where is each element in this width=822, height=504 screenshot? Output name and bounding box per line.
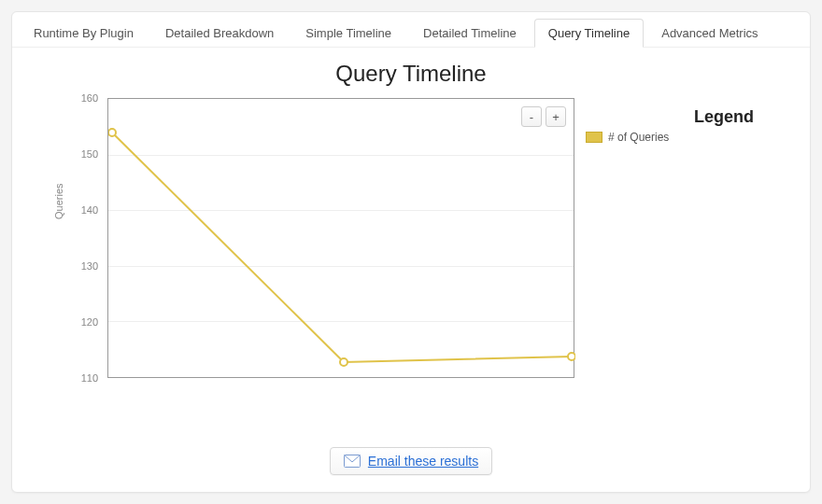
tab-detailed-breakdown[interactable]: Detailed Breakdown [151,19,288,48]
line-series [108,99,575,379]
email-row: Email these results [12,447,810,475]
zoom-out-button[interactable]: - [521,106,542,127]
y-tick: 130 [81,260,98,272]
y-tick: 120 [81,316,98,328]
svg-point-2 [568,353,575,360]
y-tick: 140 [81,204,98,216]
legend-title: Legend [586,107,772,127]
tab-bar: Runtime By Plugin Detailed Breakdown Sim… [12,12,810,48]
legend: Legend # of Queries [586,107,772,144]
tab-runtime-by-plugin[interactable]: Runtime By Plugin [20,19,148,48]
plot-area: - + [107,98,574,378]
svg-point-1 [340,358,347,366]
email-results-link[interactable]: Email these results [368,454,478,469]
zoom-controls: - + [521,106,566,127]
tab-detailed-timeline[interactable]: Detailed Timeline [409,19,531,48]
y-tick: 150 [81,148,98,160]
tab-advanced-metrics[interactable]: Advanced Metrics [647,19,772,48]
chart-area: Queries 160 150 140 130 120 110 - + [63,98,782,397]
zoom-in-button[interactable]: + [546,106,566,127]
tab-simple-timeline[interactable]: Simple Timeline [291,19,405,48]
panel: Runtime By Plugin Detailed Breakdown Sim… [11,11,811,493]
email-results-button[interactable]: Email these results [330,447,492,475]
y-tick: 160 [81,92,98,104]
tab-query-timeline[interactable]: Query Timeline [534,19,644,48]
y-ticks: 160 150 140 130 120 110 [63,98,104,378]
chart-title: Query Timeline [12,61,810,87]
legend-item-label: # of Queries [608,131,669,144]
envelope-icon [344,455,361,468]
svg-point-0 [108,129,116,136]
legend-item: # of Queries [586,131,772,144]
legend-swatch [586,132,602,143]
y-tick: 110 [81,372,98,384]
